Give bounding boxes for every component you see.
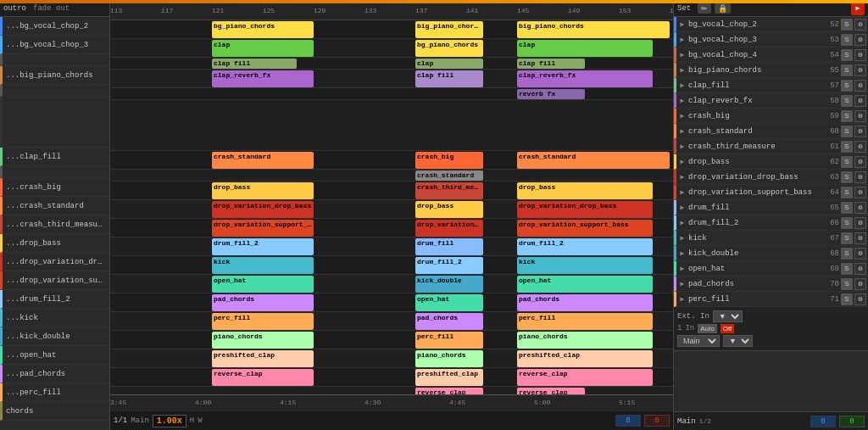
right-track-item[interactable]: ▶ drop_bass 62 S ⚙ bbox=[674, 154, 868, 170]
ext-in-select[interactable]: ▼ bbox=[713, 310, 743, 322]
clip[interactable]: bg_piano_chords bbox=[415, 40, 483, 57]
track-row[interactable]: drop_variation_drop_bassdrop_bassdrop_va… bbox=[110, 200, 673, 219]
track-name-item[interactable]: ...drum_fill_2 bbox=[0, 290, 109, 309]
track-row[interactable]: reverb fx bbox=[110, 88, 673, 100]
s-button[interactable]: S bbox=[841, 95, 853, 107]
right-track-item[interactable]: ▶ drop_variation_drop_bass 63 S ⚙ bbox=[674, 170, 868, 185]
s-button[interactable]: S bbox=[841, 156, 853, 168]
clip[interactable]: crash_standard bbox=[517, 152, 670, 169]
clip[interactable]: pad_chords bbox=[415, 313, 483, 330]
track-name-item[interactable] bbox=[0, 85, 109, 97]
s-button[interactable]: S bbox=[841, 263, 853, 275]
right-track-item[interactable]: ▶ drum_fill_2 66 S ⚙ bbox=[674, 215, 868, 231]
track-settings[interactable]: ⚙ bbox=[854, 278, 866, 290]
clip[interactable]: drop_variation_drop_bass bbox=[415, 220, 483, 237]
track-settings[interactable]: ⚙ bbox=[854, 110, 866, 122]
track-name-item[interactable]: ...drop_variation_drop_b bbox=[0, 253, 109, 271]
clip[interactable]: kick bbox=[212, 257, 314, 274]
clip[interactable]: crash_big bbox=[415, 152, 483, 169]
clip[interactable]: reverb fx bbox=[517, 89, 585, 99]
track-settings[interactable]: ⚙ bbox=[854, 19, 866, 31]
s-button[interactable]: S bbox=[841, 141, 853, 153]
clip[interactable]: clap bbox=[415, 59, 483, 69]
s-button[interactable]: S bbox=[841, 217, 853, 229]
track-name-item[interactable]: ...crash_third_measure bbox=[0, 215, 109, 234]
clip[interactable]: piano_chords bbox=[212, 332, 314, 349]
track-name-item[interactable]: ...open_hat bbox=[0, 346, 109, 365]
clip[interactable]: crash_third_measure bbox=[415, 182, 483, 199]
right-track-item[interactable]: ▶ kick 67 S ⚙ bbox=[674, 231, 868, 246]
clip[interactable]: kick bbox=[517, 257, 653, 274]
clip[interactable]: perc_fill bbox=[517, 313, 653, 330]
clip[interactable]: clap fill bbox=[415, 70, 483, 87]
track-settings[interactable]: ⚙ bbox=[854, 263, 866, 275]
s-button[interactable]: S bbox=[841, 187, 853, 198]
track-row[interactable]: drop_variation_support_bassdrop_variatio… bbox=[110, 219, 673, 237]
clip[interactable]: big_piano_chords bbox=[415, 21, 483, 38]
track-row[interactable]: pad_chordsopen_hatpad_chords bbox=[110, 293, 673, 312]
clip[interactable]: drop_variation_support_bass bbox=[517, 220, 653, 237]
track-name-item[interactable] bbox=[0, 166, 109, 178]
s-button[interactable]: S bbox=[841, 34, 853, 46]
s-button[interactable]: S bbox=[841, 49, 853, 61]
clip[interactable]: big_piano_chords bbox=[517, 21, 670, 38]
right-track-item[interactable]: ▶ crash_big 59 S ⚙ bbox=[674, 109, 868, 124]
clip[interactable]: drop_variation_drop_bass bbox=[517, 201, 653, 218]
track-name-item[interactable]: ...drop_bass bbox=[0, 234, 109, 253]
track-row[interactable] bbox=[110, 100, 673, 151]
s-button[interactable]: S bbox=[841, 171, 853, 183]
clip[interactable]: drum_fill_2 bbox=[415, 257, 483, 274]
s-button[interactable]: S bbox=[841, 278, 853, 290]
clip[interactable]: reverse_clap bbox=[212, 369, 314, 386]
s-button[interactable]: S bbox=[841, 19, 853, 31]
track-settings[interactable]: ⚙ bbox=[854, 64, 866, 76]
clip[interactable]: clap_reverb_fx bbox=[212, 70, 314, 87]
track-name-item[interactable]: ...crash_big bbox=[0, 178, 109, 197]
clip[interactable]: drop_bass bbox=[212, 182, 314, 199]
clip[interactable]: drop_variation_support_bass bbox=[212, 220, 314, 237]
right-track-item[interactable]: ▶ clap_fill 57 S ⚙ bbox=[674, 78, 868, 93]
clip[interactable]: open_hat bbox=[415, 294, 483, 311]
clip[interactable]: clap bbox=[517, 40, 653, 57]
clip[interactable]: reverse_clap bbox=[415, 388, 483, 394]
right-track-item[interactable]: ▶ bg_vocal_chop_4 54 S ⚙ bbox=[674, 47, 868, 63]
clip[interactable]: crash_standard bbox=[212, 152, 314, 169]
track-row[interactable]: crash_standardcrash_bigcrash_standardcra… bbox=[110, 151, 673, 170]
clip[interactable]: preshifted_clap bbox=[212, 350, 314, 367]
off-button[interactable]: Off bbox=[721, 324, 735, 333]
track-name-item[interactable]: ...perc_fill bbox=[0, 383, 109, 402]
track-name-item[interactable]: ...bg_vocal_chop_3 bbox=[0, 36, 109, 54]
right-track-item[interactable]: ▶ pad_chords 70 S ⚙ bbox=[674, 276, 868, 292]
track-name-item[interactable]: ...big_piano_chords bbox=[0, 66, 109, 85]
track-settings[interactable]: ⚙ bbox=[854, 95, 866, 107]
track-name-item[interactable]: ...clap_fill bbox=[0, 148, 109, 166]
track-row[interactable]: drum_fill_2drum_filldrum_fill_2 bbox=[110, 237, 673, 256]
track-name-item[interactable] bbox=[0, 97, 109, 148]
right-track-item[interactable]: ▶ big_piano_chords 55 S ⚙ bbox=[674, 63, 868, 78]
clip[interactable]: perc_fill bbox=[415, 332, 483, 349]
clip[interactable]: perc_fill bbox=[212, 313, 314, 330]
clip[interactable]: piano_chords bbox=[415, 350, 483, 367]
clip[interactable]: reverse_clap bbox=[517, 388, 585, 394]
clip[interactable]: clap_reverb_fx bbox=[517, 70, 653, 87]
track-row[interactable]: clap_reverb_fxclap fillclap_reverb_fx bbox=[110, 70, 673, 88]
track-settings[interactable]: ⚙ bbox=[854, 217, 866, 229]
auto-button[interactable]: Auto bbox=[698, 324, 716, 333]
clip[interactable]: clap bbox=[212, 40, 314, 57]
track-settings[interactable]: ⚙ bbox=[854, 126, 866, 137]
clip[interactable]: pad_chords bbox=[212, 294, 314, 311]
right-track-item[interactable]: ▶ crash_third_measure 61 S ⚙ bbox=[674, 139, 868, 154]
arrow-select[interactable]: ▼ bbox=[723, 335, 753, 347]
clip[interactable]: clap fill bbox=[212, 59, 297, 69]
track-settings[interactable]: ⚙ bbox=[854, 49, 866, 61]
track-row[interactable]: clapbg_piano_chordsclapbg_piano_chords bbox=[110, 39, 673, 58]
clip[interactable]: pad_chords bbox=[517, 294, 653, 311]
right-track-item[interactable]: ▶ crash_standard 60 S ⚙ bbox=[674, 124, 868, 139]
track-row[interactable]: open_hatkick_doubleopen_hat bbox=[110, 275, 673, 293]
track-settings[interactable]: ⚙ bbox=[854, 293, 866, 305]
track-row[interactable]: kickdrum_fill_2kick bbox=[110, 256, 673, 275]
timeline-header[interactable]: 113117121125129133137141145149153157161 bbox=[110, 3, 673, 20]
track-row[interactable]: reverse_clappreshifted_clapreverse_clap bbox=[110, 368, 673, 387]
track-row[interactable]: piano_chordsperc_fillpiano_chords bbox=[110, 331, 673, 349]
clip[interactable]: piano_chords bbox=[517, 332, 653, 349]
